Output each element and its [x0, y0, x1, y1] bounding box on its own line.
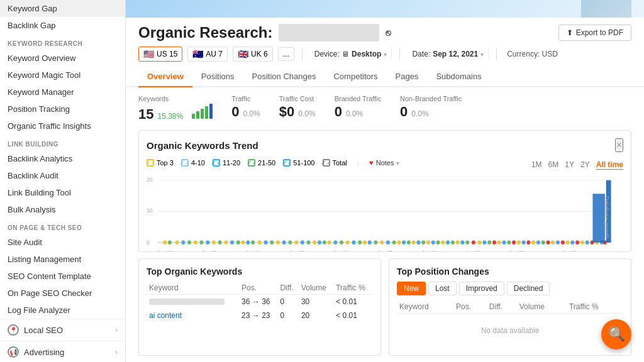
date-label: Date:	[412, 50, 430, 58]
svg-point-26	[276, 241, 280, 244]
svg-point-12	[194, 241, 197, 244]
stat-traffic-cost: Traffic Cost $0 0.0%	[279, 95, 316, 123]
device-label: Device: 🖥	[314, 50, 349, 58]
banner-figure	[581, 0, 631, 18]
external-link-icon[interactable]: ⎋	[386, 28, 391, 38]
svg-point-76	[541, 241, 545, 244]
stat-non-branded-traffic: Non-Branded Traffic 0 0.0%	[400, 95, 462, 123]
country-uk-tag[interactable]: 🇬🇧 UK 6	[233, 47, 273, 62]
sidebar-item-link-building-tool[interactable]: Link Building Tool	[0, 184, 125, 201]
svg-point-11	[187, 241, 191, 244]
tab-overview[interactable]: Overview	[138, 67, 192, 87]
legend-top3-checkbox[interactable]: ✓	[147, 159, 154, 167]
table-row: ai content 23 → 23 0 20 < 0.01	[147, 309, 373, 322]
svg-point-63	[478, 241, 482, 244]
svg-point-50	[412, 241, 416, 244]
sidebar-section-keyword-research: KEYWORD RESEARCH	[0, 34, 125, 50]
legend-11-20-checkbox[interactable]: ✓	[213, 159, 220, 167]
pos-tab-lost[interactable]: Lost	[428, 282, 457, 295]
legend-11-20[interactable]: ✓ 11-20	[213, 159, 240, 167]
export-pdf-button[interactable]: ⬆ Export to PDF	[558, 25, 631, 41]
sidebar-group-local-seo[interactable]: 📍 Local SEO ›	[0, 319, 125, 341]
bottom-panels: Top Organic Keywords Keyword Pos. Diff. …	[126, 258, 644, 362]
sidebar-item-position-tracking[interactable]: Position Tracking	[0, 101, 125, 118]
legend-4-10[interactable]: ✓ 4-10	[181, 159, 205, 167]
svg-point-17	[224, 241, 228, 244]
country-us-tag[interactable]: 🇺🇸 US 15	[138, 47, 182, 62]
sidebar-item-organic-traffic-insights[interactable]: Organic Traffic Insights	[0, 118, 125, 134]
tab-positions[interactable]: Positions	[192, 67, 243, 87]
svg-point-42	[368, 241, 372, 244]
svg-point-61	[465, 241, 469, 244]
svg-text:Jan 14: Jan 14	[245, 250, 260, 252]
svg-point-16	[218, 241, 222, 244]
col-traffic: Traffic %	[333, 282, 373, 295]
more-countries-button[interactable]: ...	[278, 47, 294, 61]
divider	[399, 48, 400, 60]
sidebar-group-advertising[interactable]: 📢 Advertising ›	[0, 341, 125, 362]
col-traffic: Traffic %	[567, 300, 623, 314]
sidebar-item-site-audit[interactable]: Site Audit	[0, 234, 125, 251]
sidebar-item-log-file-analyzer[interactable]: Log File Analyzer	[0, 302, 125, 319]
svg-point-83	[575, 241, 579, 244]
svg-point-33	[318, 241, 321, 244]
time-all[interactable]: All time	[596, 160, 623, 170]
top-organic-keywords-panel: Top Organic Keywords Keyword Pos. Diff. …	[138, 258, 381, 356]
sidebar-item-backlink-analytics[interactable]: Backlink Analytics	[0, 150, 125, 167]
legend-51-100-checkbox[interactable]: ✓	[283, 159, 291, 167]
sidebar-item-listing-management[interactable]: Listing Management	[0, 251, 125, 268]
sidebar-item-on-page-seo-checker[interactable]: On Page SEO Checker	[0, 285, 125, 302]
svg-text:10: 10	[147, 207, 153, 214]
legend-4-10-checkbox[interactable]: ✓	[181, 159, 189, 167]
tab-pages[interactable]: Pages	[387, 67, 428, 87]
keyword-link[interactable]: ai content	[149, 311, 182, 320]
country-au-tag[interactable]: 🇦🇺 AU 7	[187, 47, 228, 62]
sidebar-item-backlink-gap[interactable]: Backlink Gap	[0, 17, 125, 34]
legend-21-50[interactable]: ✓ 21-50	[248, 159, 275, 167]
device-filter[interactable]: Device: 🖥 Desktop ▾	[310, 48, 392, 60]
sidebar-item-keyword-magic-tool[interactable]: Keyword Magic Tool	[0, 67, 125, 84]
pos-tab-improved[interactable]: Improved	[459, 282, 504, 295]
search-fab-button[interactable]: 🔍	[601, 319, 631, 349]
tab-position-changes[interactable]: Position Changes	[243, 67, 325, 87]
chart-close-button[interactable]: ×	[615, 138, 623, 152]
svg-point-9	[175, 241, 179, 244]
svg-point-84	[580, 241, 584, 244]
legend-total[interactable]: ✓ Total	[323, 159, 347, 167]
position-changes-tabs: New Lost Improved Declined	[397, 282, 623, 295]
chart-area: 20 10 0	[147, 173, 623, 252]
currency-label: Currency: USD	[507, 50, 558, 58]
top-keywords-title: Top Organic Keywords	[147, 266, 373, 277]
sidebar-item-backlink-audit[interactable]: Backlink Audit	[0, 167, 125, 184]
time-1m[interactable]: 1M	[531, 160, 542, 169]
legend-top3[interactable]: ✓ Top 3	[147, 159, 174, 167]
svg-point-74	[531, 241, 535, 244]
sidebar-item-bulk-analysis[interactable]: Bulk Analysis	[0, 201, 125, 218]
col-keyword: Keyword	[397, 300, 453, 314]
sidebar-item-keyword-overview[interactable]: Keyword Overview	[0, 50, 125, 67]
sidebar-item-keyword-gap[interactable]: Keyword Gap	[0, 0, 125, 17]
legend-total-checkbox[interactable]: ✓	[323, 159, 330, 167]
svg-point-78	[551, 241, 555, 244]
sidebar-item-seo-content-template[interactable]: SEO Content Template	[0, 268, 125, 285]
svg-point-53	[426, 241, 430, 244]
pos-tab-declined[interactable]: Declined	[507, 282, 550, 295]
time-6m[interactable]: 6M	[548, 160, 559, 169]
tab-competitors[interactable]: Competitors	[325, 67, 386, 87]
svg-point-80	[561, 241, 565, 244]
date-filter[interactable]: Date: Sep 12, 2021 ▾	[408, 48, 489, 60]
notes-button[interactable]: ♥ Notes ▾	[369, 158, 400, 167]
legend-21-50-checkbox[interactable]: ✓	[248, 159, 255, 167]
dropdown-icon: ▾	[480, 51, 484, 58]
time-1y[interactable]: 1Y	[565, 160, 574, 169]
main-content: Organic Research: ⎋ ⬆ Export to PDF 🇺🇸 U…	[126, 0, 644, 362]
sidebar-item-keyword-manager[interactable]: Keyword Manager	[0, 84, 125, 101]
legend-51-100[interactable]: ✓ 51-100	[283, 159, 314, 167]
time-2y[interactable]: 2Y	[580, 160, 590, 169]
pos-tab-new[interactable]: New	[397, 282, 426, 295]
svg-text:Jan 13: Jan 13	[201, 250, 216, 252]
filter-bar: 🇺🇸 US 15 🇦🇺 AU 7 🇬🇧 UK 6 ... Device: 🖥 D…	[126, 41, 644, 67]
tab-subdomains[interactable]: Subdomains	[427, 67, 490, 87]
svg-point-19	[236, 241, 240, 244]
svg-point-24	[264, 241, 268, 244]
